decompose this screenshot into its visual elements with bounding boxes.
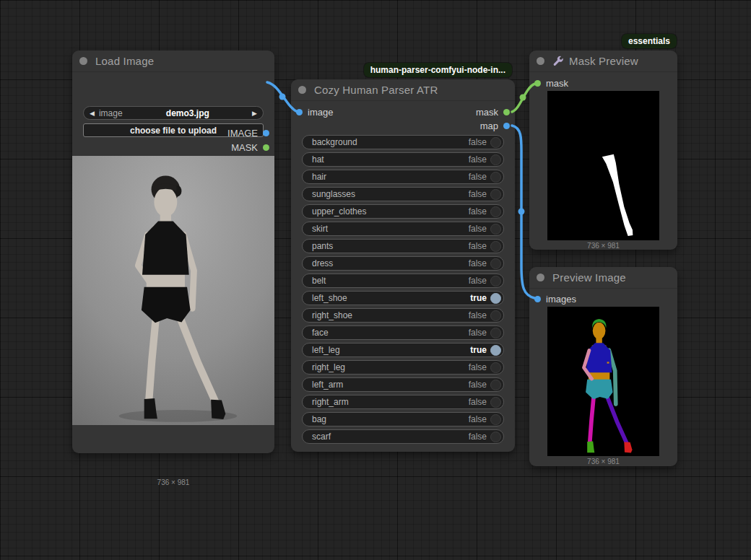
node-cozy-human-parser-atr[interactable]: Cozy Human Parser ATR image mask map bac… <box>291 79 515 452</box>
toggle-value: false <box>469 310 487 320</box>
toggle-hat[interactable]: hatfalse <box>302 152 504 167</box>
output-slot-label: IMAGE <box>227 128 258 139</box>
toggle-label: left_shoe <box>312 293 470 303</box>
toggle-label: right_shoe <box>312 310 469 320</box>
input-dot-images[interactable] <box>534 296 541 302</box>
input-slot-label: images <box>546 294 576 305</box>
toggle-label: skirt <box>312 224 469 234</box>
toggle-pants[interactable]: pantsfalse <box>302 239 504 253</box>
toggle-face[interactable]: facefalse <box>302 325 504 340</box>
toggle-knob <box>490 224 501 235</box>
toggle-knob <box>490 258 501 269</box>
toggle-knob <box>490 397 501 408</box>
toggle-widget-list: backgroundfalse hatfalse hairfalse sungl… <box>302 135 504 447</box>
toggle-belt[interactable]: beltfalse <box>302 274 504 288</box>
collapse-dot[interactable] <box>79 57 87 65</box>
toggle-right-arm[interactable]: right_armfalse <box>302 395 504 409</box>
output-slot-label: mask <box>476 107 498 118</box>
toggle-label: dress <box>312 258 469 268</box>
toggle-knob <box>490 172 501 183</box>
toggle-background[interactable]: backgroundfalse <box>302 135 504 149</box>
input-slot-mask: mask <box>534 76 568 90</box>
toggle-hair[interactable]: hairfalse <box>302 170 504 184</box>
node-mask-preview-header[interactable]: Mask Preview <box>529 51 677 72</box>
link-mask-midpoint-dot[interactable] <box>520 95 526 101</box>
node-preview-image-header[interactable]: Preview Image <box>529 267 677 289</box>
node-load-image-header[interactable]: Load Image <box>72 51 274 72</box>
node-title: Mask Preview <box>569 55 638 67</box>
toggle-sunglasses[interactable]: sunglassesfalse <box>302 187 504 201</box>
node-canvas[interactable]: { "badges": { "essentials": "essentials"… <box>0 0 751 560</box>
toggle-bag[interactable]: bagfalse <box>302 412 504 426</box>
input-dot-mask[interactable] <box>534 80 541 87</box>
node-title: Load Image <box>95 55 154 67</box>
toggle-label: right_leg <box>312 362 469 372</box>
image-combo-widget[interactable]: ◀ image demo3.jpg ▶ <box>83 106 264 120</box>
image-dimensions: 736 × 981 <box>529 458 677 465</box>
output-dot-map[interactable] <box>503 123 510 129</box>
node-load-image[interactable]: Load Image IMAGE MASK ◀ image demo3.jpg … <box>72 51 274 453</box>
toggle-right-shoe[interactable]: right_shoefalse <box>302 308 504 323</box>
node-preview-image[interactable]: Preview Image images <box>529 267 677 466</box>
toggle-upper-clothes[interactable]: upper_clothesfalse <box>302 204 504 219</box>
image-dimensions: 736 × 981 <box>72 478 274 486</box>
toggle-right-leg[interactable]: right_legfalse <box>302 360 504 375</box>
image-dimensions: 736 × 981 <box>529 242 677 250</box>
output-slot-label: map <box>480 121 498 131</box>
input-slot-images: images <box>534 292 576 306</box>
toggle-knob <box>490 206 501 217</box>
toggle-scarf[interactable]: scarffalse <box>302 429 504 444</box>
output-slot-MASK: MASK <box>231 140 269 154</box>
link-image-midpoint-dot[interactable] <box>279 94 286 100</box>
toggle-knob <box>490 414 501 425</box>
output-dot-mask[interactable] <box>503 109 510 115</box>
toggle-value: false <box>469 206 487 216</box>
toggle-label: hair <box>312 172 469 182</box>
toggle-label: face <box>312 328 469 338</box>
toggle-value: true <box>470 345 487 355</box>
toggle-left-leg[interactable]: left_legtrue <box>302 343 504 357</box>
model-photo <box>72 156 274 425</box>
toggle-value: false <box>469 328 487 338</box>
toggle-label: pants <box>312 241 469 251</box>
toggle-value: false <box>469 137 487 147</box>
toggle-left-shoe[interactable]: left_shoetrue <box>302 291 504 305</box>
toggle-value: false <box>469 276 487 286</box>
toggle-value: false <box>469 380 487 390</box>
collapse-dot[interactable] <box>537 274 544 281</box>
toggle-knob <box>490 328 501 338</box>
output-dot-IMAGE[interactable] <box>263 130 269 136</box>
toggle-value: false <box>469 172 487 182</box>
combo-prev-icon[interactable]: ◀ <box>90 110 95 117</box>
node-mask-preview[interactable]: Mask Preview mask 736 × 981 <box>529 51 677 250</box>
toggle-value: false <box>469 258 487 268</box>
toggle-label: sunglasses <box>312 189 469 199</box>
toggle-label: background <box>312 137 469 147</box>
output-dot-MASK[interactable] <box>263 144 269 151</box>
output-slot-label: MASK <box>231 142 258 153</box>
link-map-midpoint-dot[interactable] <box>518 209 525 215</box>
toggle-value: false <box>469 397 487 407</box>
toggle-value: false <box>469 224 487 234</box>
toggle-skirt[interactable]: skirtfalse <box>302 222 504 236</box>
toggle-label: upper_clothes <box>312 206 469 216</box>
output-slot-map: map <box>480 118 510 133</box>
node-title: Preview Image <box>552 271 626 284</box>
output-slot-mask: mask <box>476 105 510 119</box>
combo-label: image <box>99 108 123 118</box>
collapse-dot[interactable] <box>537 57 544 65</box>
toggle-left-arm[interactable]: left_armfalse <box>302 377 504 392</box>
toggle-dress[interactable]: dressfalse <box>302 256 504 271</box>
toggle-value: false <box>469 189 487 199</box>
toggle-label: left_leg <box>312 345 470 355</box>
input-dot-image[interactable] <box>296 109 303 115</box>
toggle-label: scarf <box>312 432 469 442</box>
toggle-label: belt <box>312 276 469 286</box>
node-parser-header[interactable]: Cozy Human Parser ATR <box>291 79 515 101</box>
combo-value: demo3.jpg <box>166 108 209 118</box>
combo-next-icon[interactable]: ▶ <box>252 110 257 117</box>
segmentation-image <box>547 307 659 456</box>
input-slot-label: image <box>308 107 333 118</box>
node-source-badge-parser: human-parser-comfyui-node-in... <box>364 63 512 77</box>
collapse-dot[interactable] <box>298 86 306 94</box>
